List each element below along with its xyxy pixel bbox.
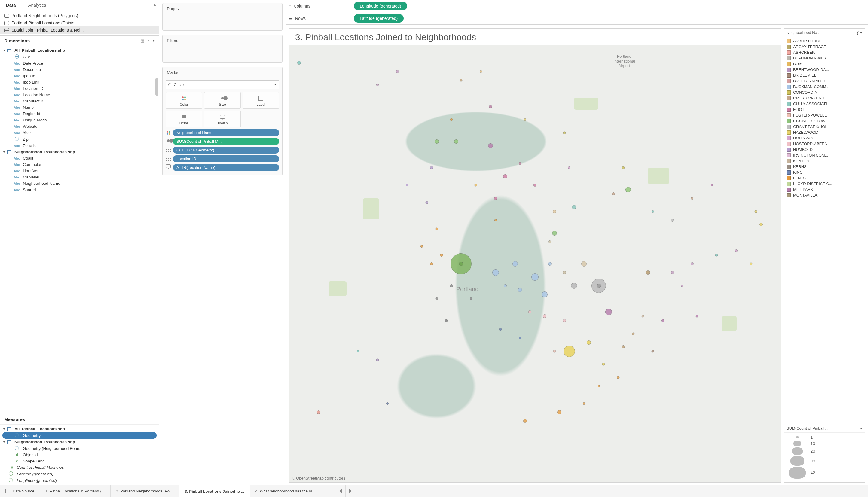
map-point[interactable] <box>651 350 654 353</box>
mark-type-select[interactable]: Circle <box>166 80 279 89</box>
columns-pill[interactable]: Longitude (generated) <box>354 2 407 10</box>
map-point[interactable] <box>661 319 664 322</box>
legend-item[interactable]: CONCORDIA <box>786 89 863 95</box>
field-item[interactable]: Latitude (generated) <box>0 471 159 477</box>
viz-title[interactable]: 3. Pinball Locations Joined to Neighborh… <box>289 29 781 45</box>
map-point[interactable] <box>583 402 585 405</box>
field-item[interactable]: Geometry (Neighborhood Boun... <box>0 445 159 452</box>
legend-item[interactable]: GRANT PARK/HOL... <box>786 124 863 129</box>
map-point[interactable] <box>652 210 654 213</box>
sheet-tab[interactable]: 1. Pinball Locations in Portland (... <box>40 485 110 497</box>
map-point[interactable] <box>386 402 389 405</box>
map-point[interactable] <box>671 271 674 274</box>
legend-item[interactable]: HOSFORD-ABERN... <box>786 141 863 147</box>
field-item[interactable]: AbcManufactur <box>0 98 159 104</box>
mark-label-button[interactable]: TLabel <box>243 92 279 109</box>
map-point[interactable] <box>711 184 713 186</box>
map-point[interactable] <box>454 139 458 144</box>
map-point[interactable] <box>450 284 453 287</box>
field-group[interactable]: Neighborhood_Boundaries.shp <box>0 149 159 155</box>
mark-pill[interactable]: Neighborhood Name <box>173 129 279 136</box>
new-story-button[interactable] <box>346 485 358 497</box>
field-item[interactable]: AbcLocation ID <box>0 85 159 91</box>
field-item[interactable]: AbcYear <box>0 129 159 136</box>
map-point[interactable] <box>750 262 752 265</box>
mark-pill[interactable]: Location ID <box>173 155 279 162</box>
field-item[interactable]: Geometry <box>2 432 157 439</box>
field-item[interactable]: AbcIpdb Link <box>0 79 159 85</box>
legend-item[interactable]: HAZELWOOD <box>786 129 863 135</box>
map-point[interactable] <box>572 205 576 209</box>
map-point[interactable] <box>587 340 591 345</box>
legend-menu-icon[interactable]: ▾ <box>860 30 862 35</box>
map-point[interactable] <box>598 385 600 387</box>
field-item[interactable]: AbcDescriptio <box>0 67 159 73</box>
map-point[interactable] <box>459 262 463 266</box>
map-point[interactable] <box>435 139 439 144</box>
map-point[interactable] <box>503 174 507 179</box>
map-point[interactable] <box>696 315 698 317</box>
field-item[interactable]: AbcName <box>0 104 159 111</box>
new-dashboard-button[interactable] <box>333 485 346 497</box>
field-item[interactable]: AbcZone Id <box>0 142 159 149</box>
field-item[interactable]: AbcUnique Mach <box>0 117 159 123</box>
color-legend[interactable]: Neighborhood Na... ℓ ▾ ARBOR LODGEARGAY … <box>784 28 865 421</box>
columns-shelf[interactable]: ≡Columns Longitude (generated) <box>286 0 868 12</box>
legend-item[interactable]: KERNS <box>786 164 863 169</box>
legend-item[interactable]: GOOSE HOLLOW F... <box>786 118 863 124</box>
map-point[interactable] <box>519 337 521 339</box>
map-point[interactable] <box>430 166 433 169</box>
legend-item[interactable]: HUMBOLDT <box>786 147 863 152</box>
field-item[interactable]: #Shape Leng <box>0 458 159 464</box>
legend-item[interactable]: CRESTON-KENIL... <box>786 95 863 101</box>
map-point[interactable] <box>646 270 650 275</box>
map-point[interactable] <box>617 376 620 379</box>
map-point[interactable] <box>317 410 321 414</box>
map-point[interactable] <box>524 118 526 121</box>
field-item[interactable]: AbcWebsite <box>0 123 159 129</box>
search-icon[interactable]: ⌕ <box>147 39 150 43</box>
field-item[interactable]: Zip <box>0 136 159 142</box>
map-point[interactable] <box>557 410 561 414</box>
field-item[interactable]: AbcIpdb Id <box>0 73 159 79</box>
legend-item[interactable]: ASHCREEK <box>786 49 863 55</box>
legend-item[interactable]: FOSTER-POWELL <box>786 112 863 118</box>
rows-shelf[interactable]: ☰Rows Latitude (generated) <box>286 12 868 25</box>
field-item[interactable]: AbcCommplan <box>0 161 159 168</box>
menu-caret-icon[interactable]: ▾ <box>153 39 155 43</box>
mark-pill[interactable]: ATTR(Location Name) <box>173 164 279 171</box>
map-point[interactable] <box>376 358 379 361</box>
map-point[interactable] <box>602 363 605 366</box>
map-point[interactable] <box>642 315 644 317</box>
rows-pill[interactable]: Latitude (generated) <box>354 14 404 23</box>
legend-item[interactable]: ARGAY TERRACE <box>786 44 863 49</box>
map-point[interactable] <box>470 297 472 300</box>
map-point[interactable] <box>460 79 463 82</box>
map-point[interactable] <box>376 84 379 86</box>
field-item[interactable]: AbcRegion Id <box>0 111 159 117</box>
map-point[interactable] <box>489 105 492 108</box>
map-point[interactable] <box>553 350 556 353</box>
field-group[interactable]: Neighborhood_Boundaries.shp <box>0 439 159 445</box>
map-point[interactable] <box>519 162 521 165</box>
map-point[interactable] <box>430 262 433 265</box>
map-point[interactable] <box>755 210 757 213</box>
map-point[interactable] <box>625 187 631 192</box>
map-point[interactable] <box>543 314 546 318</box>
map-point[interactable] <box>568 167 570 169</box>
map-point[interactable] <box>552 231 557 236</box>
tab-analytics[interactable]: Analytics◆ <box>22 0 159 10</box>
filters-shelf[interactable]: Filters <box>162 35 283 62</box>
legend-item[interactable]: LENTS <box>786 175 863 181</box>
map-point[interactable] <box>435 297 438 300</box>
legend-item[interactable]: KENTON <box>786 158 863 164</box>
map-point[interactable] <box>396 70 399 73</box>
sheet-tab[interactable]: 2. Portland Neighborhoods (Pol... <box>111 485 180 497</box>
map-point[interactable] <box>548 240 551 243</box>
map-point[interactable] <box>518 288 522 292</box>
field-item[interactable]: AbcLocation Name <box>0 91 159 98</box>
legend-item[interactable]: ELIOT <box>786 107 863 112</box>
sheet-tab[interactable]: 4. What neighborhood has the m... <box>250 485 321 497</box>
field-item[interactable]: #Objectid <box>0 452 159 458</box>
mark-color-button[interactable]: Color <box>166 92 202 109</box>
